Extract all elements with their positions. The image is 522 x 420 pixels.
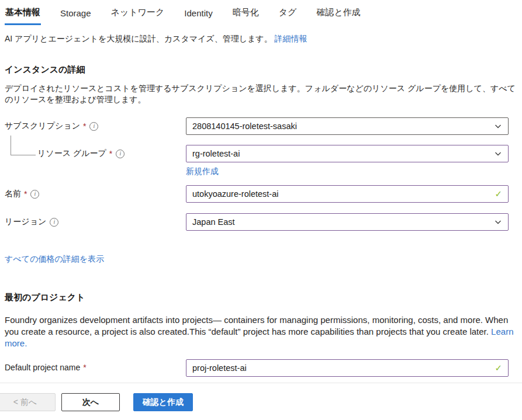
default-project-name-field: ✓	[186, 359, 509, 377]
name-label-text: 名前	[5, 189, 21, 199]
name-field: ✓	[186, 185, 509, 203]
tab-networking[interactable]: ネットワーク	[110, 5, 165, 25]
info-icon[interactable]: i	[89, 122, 98, 131]
wizard-footer: < 前へ 次へ 確認と作成	[0, 383, 522, 420]
instance-details-description: デプロイされたリソースとコストを管理するサブスクリプションを選択します。フォルダ…	[5, 83, 518, 105]
region-label: リージョン i	[5, 213, 186, 227]
tab-encryption[interactable]: 暗号化	[232, 5, 260, 25]
valid-check-icon: ✓	[495, 363, 502, 373]
name-row: 名前 * i ✓	[5, 185, 515, 203]
required-asterisk: *	[109, 149, 112, 158]
show-all-pricing-link[interactable]: すべての価格の詳細を表示	[5, 254, 104, 263]
required-asterisk: *	[83, 363, 86, 372]
wizard-content: 基本情報 Storage ネットワーク Identity 暗号化 タグ 確認と作…	[0, 0, 522, 377]
region-dropdown[interactable]: Japan East	[186, 213, 509, 231]
intro-description: AI アプリとエージェントを大規模に設計、カスタマイズ、管理します。	[5, 34, 272, 43]
region-control: Japan East	[186, 213, 509, 231]
chevron-down-icon	[494, 218, 502, 226]
default-project-name-label: Default project name *	[5, 359, 186, 372]
chevron-down-icon	[494, 122, 502, 130]
region-row: リージョン i Japan East	[5, 213, 515, 231]
instance-details-heading: インスタンスの詳細	[5, 64, 515, 75]
create-resource-wizard: 基本情報 Storage ネットワーク Identity 暗号化 タグ 確認と作…	[0, 0, 522, 420]
tab-review-create[interactable]: 確認と作成	[316, 5, 361, 25]
pricing-details-row: すべての価格の詳細を表示	[5, 254, 515, 265]
default-project-name-input[interactable]	[192, 363, 495, 373]
region-label-text: リージョン	[5, 217, 46, 227]
first-project-description-text: Foundry organizes development artifacts …	[5, 315, 508, 336]
valid-check-icon: ✓	[495, 189, 502, 199]
next-button[interactable]: 次へ	[61, 393, 120, 411]
wizard-tabs: 基本情報 Storage ネットワーク Identity 暗号化 タグ 確認と作…	[5, 5, 515, 25]
subscription-label: サブスクリプション * i	[5, 117, 186, 131]
resource-group-control: rg-roletest-ai 新規作成	[186, 145, 509, 177]
intro-text: AI アプリとエージェントを大規模に設計、カスタマイズ、管理します。 詳細情報	[5, 34, 515, 44]
info-icon[interactable]: i	[116, 150, 125, 158]
region-value: Japan East	[192, 217, 494, 227]
basics-form: サブスクリプション * i 2808140145-roletest-sasaki	[5, 117, 515, 231]
subscription-group-connector-line	[11, 136, 36, 155]
resource-group-row: リソース グループ * i rg-roletest-ai 新規作成	[5, 145, 515, 177]
review-create-button[interactable]: 確認と作成	[133, 393, 193, 411]
create-new-resource-group-link[interactable]: 新規作成	[186, 166, 219, 177]
tab-storage[interactable]: Storage	[60, 6, 92, 25]
subscription-label-text: サブスクリプション	[5, 121, 80, 131]
learn-more-link-jp[interactable]: 詳細情報	[275, 34, 307, 43]
tab-tags[interactable]: タグ	[278, 5, 298, 25]
subscription-control: 2808140145-roletest-sasaki	[186, 117, 509, 135]
resource-group-dropdown[interactable]: rg-roletest-ai	[186, 145, 509, 162]
info-icon[interactable]: i	[50, 218, 58, 227]
required-asterisk: *	[24, 189, 27, 199]
default-project-name-row: Default project name * ✓	[5, 359, 515, 377]
name-control: ✓	[186, 185, 509, 203]
default-project-name-label-text: Default project name	[5, 363, 80, 372]
first-project-description: Foundry organizes development artifacts …	[5, 314, 520, 349]
tab-basics[interactable]: 基本情報	[5, 5, 41, 25]
subscription-value: 2808140145-roletest-sasaki	[192, 122, 494, 131]
chevron-down-icon	[494, 150, 502, 158]
required-asterisk: *	[83, 122, 86, 131]
first-project-heading: 最初のプロジェクト	[5, 292, 515, 303]
subscription-row: サブスクリプション * i 2808140145-roletest-sasaki	[5, 117, 515, 135]
name-label: 名前 * i	[5, 185, 186, 199]
default-project-name-control: ✓	[186, 359, 509, 377]
resource-group-value: rg-roletest-ai	[192, 149, 494, 158]
info-icon[interactable]: i	[30, 190, 39, 199]
previous-button: < 前へ	[0, 393, 56, 411]
tab-identity[interactable]: Identity	[184, 6, 213, 25]
name-input[interactable]	[192, 189, 495, 199]
resource-group-label-text: リソース グループ	[37, 148, 106, 159]
subscription-dropdown[interactable]: 2808140145-roletest-sasaki	[186, 117, 509, 135]
